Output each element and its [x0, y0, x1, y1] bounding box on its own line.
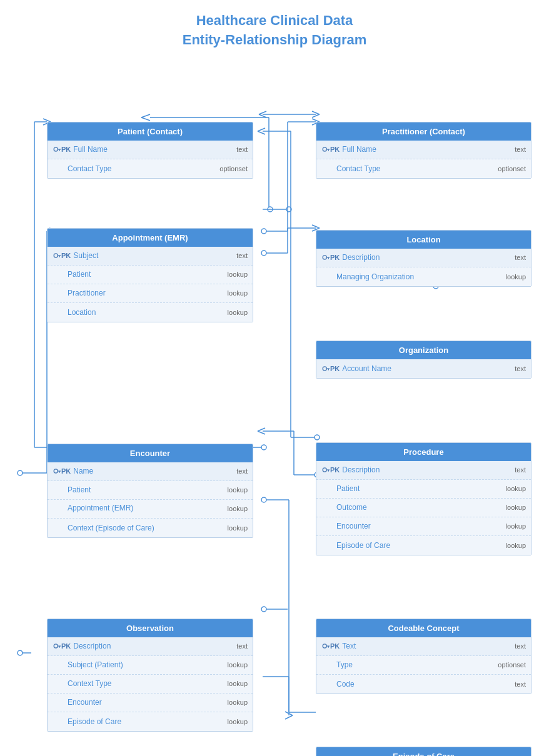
svg-point-71: [323, 256, 326, 259]
svg-point-68: [54, 254, 58, 257]
entity-location-header: Location: [316, 231, 531, 249]
appointment-field-location: Location lookup: [48, 303, 253, 322]
key-icon: [321, 642, 330, 650]
entity-codeableconcept: Codeable Concept PK Text text Type optio…: [316, 619, 531, 694]
key-icon: [53, 145, 61, 154]
location-field-description: PK Description text: [316, 249, 531, 267]
entity-patient: Patient (Contact) PK Full Name text Cont…: [47, 122, 253, 179]
title-line2: Entity-Relationship Diagram: [0, 31, 549, 50]
procedure-field-description: PK Description text: [316, 461, 531, 480]
encounter-field-patient: Patient lookup: [48, 481, 253, 500]
entity-encounter: Encounter PK Name text Patient lookup Ap…: [47, 444, 253, 538]
entity-practitioner-header: Practitioner (Contact): [316, 122, 531, 141]
observation-field-description: PK Description text: [48, 637, 253, 656]
codeableconcept-field-type: Type optionset: [316, 656, 531, 675]
key-icon: [321, 465, 330, 474]
appointment-field-subject: PK Subject text: [48, 247, 253, 266]
entity-location: Location PK Description text Managing Or…: [316, 230, 531, 287]
svg-point-62: [54, 147, 58, 151]
key-icon: [321, 145, 330, 154]
entity-organization: Organization PK Account Name text: [316, 341, 531, 379]
observation-field-episodeofcare: Episode of Care lookup: [48, 712, 253, 731]
entity-procedure: Procedure PK Description text Patient lo…: [316, 442, 531, 555]
procedure-field-patient: Patient lookup: [316, 480, 531, 499]
encounter-field-appointment: Appointment (EMR) lookup: [48, 500, 253, 519]
observation-field-subject: Subject (Patient) lookup: [48, 656, 253, 675]
entity-encounter-header: Encounter: [48, 444, 253, 462]
key-icon: [53, 467, 61, 475]
encounter-field-context: Context (Episode of Care) lookup: [48, 519, 253, 537]
svg-point-65: [323, 147, 326, 151]
page-title: Healthcare Clinical Data Entity-Relation…: [0, 0, 549, 56]
entity-codeableconcept-header: Codeable Concept: [316, 619, 531, 637]
procedure-field-encounter: Encounter lookup: [316, 517, 531, 536]
title-line1: Healthcare Clinical Data: [0, 11, 549, 31]
entity-organization-header: Organization: [316, 341, 531, 359]
practitioner-field-contacttype: Contact Type optionset: [316, 159, 531, 178]
svg-point-80: [323, 468, 326, 472]
entity-appointment: Appointment (EMR) PK Subject text Patien…: [47, 228, 253, 322]
entity-appointment-header: Appointment (EMR): [48, 229, 253, 247]
observation-field-encounter: Encounter lookup: [48, 694, 253, 712]
key-icon: [321, 253, 330, 262]
entity-episodeofcare-header: Episode of Care: [316, 747, 531, 756]
observation-field-contexttype: Context Type lookup: [48, 675, 253, 694]
diagram-area: Patient (Contact) PK Full Name text Cont…: [0, 56, 549, 756]
entity-observation-header: Observation: [48, 619, 253, 637]
appointment-field-practitioner: Practitioner lookup: [48, 284, 253, 303]
entity-patient-header: Patient (Contact): [48, 122, 253, 141]
encounter-field-name: PK Name text: [48, 462, 253, 481]
key-icon: [53, 642, 61, 650]
location-field-managingorga: Managing Organization lookup: [316, 267, 531, 286]
codeableconcept-field-code: Code text: [316, 675, 531, 694]
practitioner-field-fullname: PK Full Name text: [316, 141, 531, 159]
entity-practitioner: Practitioner (Contact) PK Full Name text…: [316, 122, 531, 179]
patient-field-contacttype: Contact Type optionset: [48, 159, 253, 178]
procedure-field-episodeofcare: Episode of Care lookup: [316, 536, 531, 555]
svg-point-74: [323, 367, 326, 371]
entity-observation: Observation PK Description text Subject …: [47, 619, 253, 732]
svg-point-83: [54, 644, 58, 648]
entity-procedure-header: Procedure: [316, 443, 531, 461]
key-icon: [321, 364, 330, 373]
svg-point-86: [323, 644, 326, 648]
codeableconcept-field-text: PK Text text: [316, 637, 531, 656]
key-icon: [53, 251, 61, 260]
svg-point-77: [54, 469, 58, 473]
entity-episodeofcare: Episode of Care PK Description text: [316, 747, 531, 756]
organization-field-accountname: PK Account Name text: [316, 359, 531, 378]
patient-field-fullname: PK Full Name text: [48, 141, 253, 159]
procedure-field-outcome: Outcome lookup: [316, 499, 531, 517]
appointment-field-patient: Patient lookup: [48, 266, 253, 284]
